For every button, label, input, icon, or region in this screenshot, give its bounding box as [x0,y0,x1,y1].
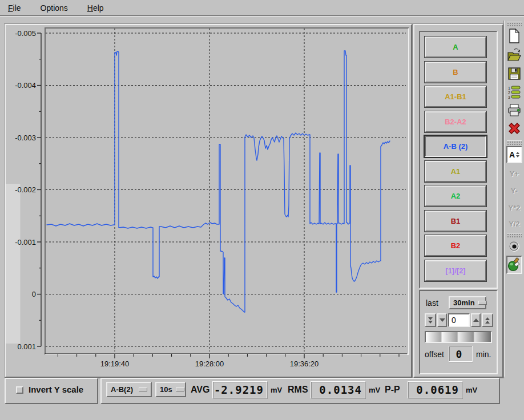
channel-button-b2[interactable]: B2 [425,235,486,256]
numbered-list-icon: 1 2 3 [507,85,521,99]
offset-input[interactable]: 0 [448,313,470,327]
up-arrow-icon [473,318,479,322]
font-letter: A [509,150,515,159]
pp-label: P-P [385,385,400,395]
print-button[interactable] [506,102,522,119]
avg-label: AVG [191,385,209,395]
plot-area [45,27,409,355]
option-menu-indicator [176,387,184,391]
spin-down-button[interactable] [437,313,447,327]
spin-fast-down-button[interactable] [425,313,436,327]
spin-up-button[interactable] [471,313,481,327]
channel-button-a2[interactable]: A2 [425,185,486,207]
save-floppy-icon [507,67,521,80]
double-down-arrow-icon [428,321,433,324]
rms-label: RMS [288,385,308,395]
y-scale-double-button[interactable]: Y*2 [506,202,522,213]
invert-group: Invert Y scale [5,378,98,404]
svg-text:3: 3 [508,95,510,99]
spin-fast-up-button[interactable] [482,313,493,327]
option-menu-indicator [478,301,487,305]
channel-label: B2-A2 [445,118,466,126]
stats-group: A-B(2) 10s AVG -2.9219 mV RMS 0.0134 mV … [100,378,500,404]
pp-unit-label: mV [466,386,477,394]
new-document-icon [507,28,521,44]
channel-label: A1 [451,167,461,176]
invert-y-label: Invert Y scale [29,385,83,394]
toolbar: 1 2 3 A [503,21,524,377]
channel-label: B2 [451,241,461,250]
app-window: File Options Help -0.005-0.004-0.003-0.0… [0,0,524,420]
channel-button-b2a2[interactable]: B2-A2 [425,111,486,132]
interval-select[interactable]: 10s [155,382,186,397]
y-scale-half-button[interactable]: Y/2 [506,218,522,229]
y-zoom-out-button[interactable]: Y- [506,185,522,196]
stats-channel-select[interactable]: A-B(2) [106,382,152,397]
y-zoom-in-button[interactable]: Y+ [506,168,522,179]
stats-channel-value: A-B(2) [111,385,133,394]
y-position-slider[interactable] [6,184,21,344]
invert-y-checkbox[interactable] [16,386,23,394]
menu-bar: File Options Help [0,0,524,16]
channel-button-a1b1[interactable]: A1-B1 [425,86,486,107]
interval-value: 10s [160,385,172,394]
menu-file[interactable]: File [6,2,23,14]
channel-label: [1]/[2] [445,266,465,275]
open-file-button[interactable] [506,47,522,64]
record-dot-icon [507,240,521,253]
channel-button-a1[interactable]: A1 [425,161,486,182]
down-arrow-icon [440,318,445,322]
printer-icon [507,103,522,118]
menu-help[interactable]: Help [85,2,106,14]
double-down-arrow-icon [428,317,433,320]
option-menu-indicator [139,387,147,391]
svg-text:2: 2 [508,91,510,95]
avg-unit-label: mV [271,386,282,394]
record-button[interactable] [506,239,522,255]
avg-display: -2.9219 [212,381,267,398]
channel-label: B [453,68,458,76]
channel-label: A-B (2) [444,142,468,151]
delete-button[interactable] [506,120,522,137]
channel-button-1over2[interactable]: [1]/[2] [425,260,486,281]
svg-text:1: 1 [508,86,510,90]
channel-label: A1-B1 [445,92,466,101]
channel-button-b[interactable]: B [425,62,486,83]
channel-label: B1 [451,217,461,225]
save-button[interactable] [506,65,522,82]
menu-options[interactable]: Options [38,2,70,14]
up-arrow-icon [516,152,519,154]
range-value: 30min [453,298,475,307]
paint-brush-icon [507,257,521,272]
delete-x-icon [507,121,522,136]
font-size-selector[interactable]: A [506,146,522,163]
toolbar-gripper[interactable] [507,140,522,145]
channel-button-ab2[interactable]: A-B (2) [425,136,486,157]
pp-display: 0.0619 [408,381,462,398]
offset-label: offset [425,350,444,359]
rms-display: 0.0134 [311,381,365,398]
down-arrow-icon [516,155,519,158]
offset-unit-label: min. [476,350,491,359]
sequence-list-button[interactable]: 1 2 3 [506,83,522,100]
toolbar-gripper[interactable] [507,22,522,26]
open-folder-icon [507,48,522,63]
offset-display: 0 [449,346,473,362]
channel-button-b1[interactable]: B1 [425,211,486,232]
double-up-arrow-icon [485,317,490,320]
range-select[interactable]: 30min [449,296,486,309]
paint-button[interactable] [506,256,522,274]
channel-label: A [453,43,458,51]
channel-button-a[interactable]: A [425,37,486,58]
new-document-button[interactable] [506,27,522,45]
last-label: last [426,298,438,308]
toolbar-gripper[interactable] [507,233,522,237]
channel-label: A2 [451,192,461,200]
offset-scale-bar[interactable] [425,331,492,343]
rms-unit-label: mV [369,386,380,394]
double-up-arrow-icon [485,321,490,324]
